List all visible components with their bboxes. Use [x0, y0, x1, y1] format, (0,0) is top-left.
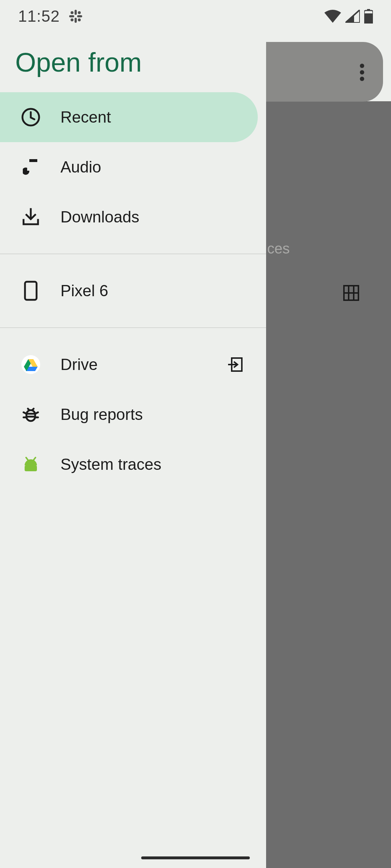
more-options-button[interactable]	[351, 61, 373, 83]
navigation-handle[interactable]	[141, 856, 250, 859]
svg-point-0	[360, 64, 364, 68]
svg-line-35	[32, 409, 34, 410]
drawer-divider	[0, 327, 266, 328]
dimmed-content-area	[266, 101, 391, 868]
drawer-item-label: System traces	[60, 455, 255, 473]
dimmed-partial-text: ces	[267, 241, 290, 257]
svg-line-37	[26, 458, 28, 460]
drawer-item-audio[interactable]: Audio	[0, 142, 266, 192]
svg-line-34	[28, 409, 29, 410]
grid-view-button[interactable]	[340, 282, 362, 304]
drawer-item-pixel6[interactable]: Pixel 6	[0, 266, 266, 316]
svg-rect-17	[364, 13, 373, 24]
svg-point-14	[78, 18, 81, 21]
drawer-item-downloads[interactable]: Downloads	[0, 192, 266, 242]
status-time: 11:52	[18, 7, 60, 25]
drawer-item-label: Downloads	[60, 208, 255, 226]
android-icon	[20, 454, 42, 475]
svg-line-38	[33, 458, 35, 460]
svg-rect-10	[77, 15, 82, 17]
drawer-item-label: Recent	[60, 108, 247, 126]
svg-point-11	[71, 11, 73, 14]
svg-rect-9	[69, 15, 74, 17]
drawer-item-label: Drive	[60, 356, 226, 374]
svg-point-12	[78, 11, 81, 14]
drawer-item-bugreports[interactable]: Bug reports	[0, 390, 266, 439]
svg-rect-7	[75, 10, 77, 15]
drawer-item-recent[interactable]: Recent	[0, 92, 258, 142]
drawer-divider	[0, 254, 266, 254]
battery-icon	[364, 9, 373, 24]
status-bar: 11:52	[0, 0, 391, 33]
svg-rect-36	[25, 465, 37, 471]
wifi-icon	[324, 10, 341, 23]
drawer-list: Recent Audio Downloads	[0, 92, 266, 489]
svg-point-2	[360, 77, 364, 81]
drawer-item-label: Bug reports	[60, 405, 255, 424]
audio-icon	[20, 156, 42, 178]
cellular-signal-icon	[345, 10, 360, 23]
phone-icon	[20, 280, 42, 302]
download-icon	[20, 206, 42, 228]
clock-icon	[20, 106, 42, 128]
drawer-item-drive[interactable]: Drive	[0, 340, 266, 390]
open-from-drawer: Open from Recent Audio	[0, 0, 266, 868]
svg-point-21	[21, 355, 40, 374]
svg-rect-8	[75, 18, 77, 23]
svg-rect-20	[25, 282, 37, 300]
svg-point-1	[360, 70, 364, 75]
svg-point-13	[71, 18, 73, 21]
drawer-item-label: Pixel 6	[60, 282, 255, 300]
sign-in-icon[interactable]	[226, 356, 244, 374]
drive-icon	[20, 354, 42, 375]
drawer-item-systemtraces[interactable]: System traces	[0, 439, 266, 489]
drawer-item-label: Audio	[60, 158, 255, 176]
bug-icon	[20, 404, 42, 425]
slack-notification-icon	[68, 9, 83, 24]
svg-rect-27	[26, 410, 35, 421]
